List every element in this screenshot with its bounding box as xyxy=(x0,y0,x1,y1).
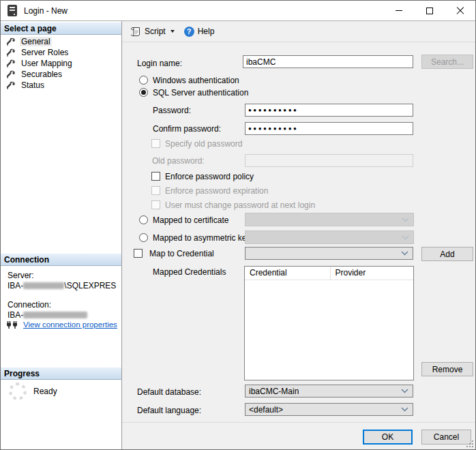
chevron-down-icon xyxy=(401,389,408,393)
sidebar-item-label: General xyxy=(20,37,52,46)
sql-auth-radio[interactable] xyxy=(139,88,148,97)
mapped-credentials-table[interactable]: Credential Provider xyxy=(244,266,414,380)
redacted-server-name xyxy=(23,282,64,289)
mapped-to-asymmetric-key-label[interactable]: Mapped to asymmetric key xyxy=(153,233,250,243)
sidebar-item-securables[interactable]: Securables xyxy=(1,69,121,80)
enforce-password-policy-label[interactable]: Enforce password policy xyxy=(165,172,254,181)
default-language-value: <default> xyxy=(249,405,283,415)
enforce-password-policy-checkbox[interactable] xyxy=(151,172,160,181)
progress-header: Progress xyxy=(1,368,121,380)
sidebar-item-status[interactable]: Status xyxy=(1,80,121,91)
remove-button[interactable]: Remove xyxy=(421,362,473,376)
sidebar-item-label: Status xyxy=(20,80,46,90)
windows-auth-radio[interactable] xyxy=(139,76,148,85)
windows-auth-label[interactable]: Windows authentication xyxy=(153,76,239,85)
default-language-select[interactable]: <default> xyxy=(245,403,413,416)
must-change-password-checkbox xyxy=(151,200,160,209)
wrench-icon xyxy=(6,70,15,79)
default-database-value: ibaCMC-Main xyxy=(249,387,299,396)
asymmetric-key-select xyxy=(245,230,414,244)
table-header-row: Credential Provider xyxy=(245,267,413,280)
password-masked-value: ●●●●●●●●●● xyxy=(248,107,298,113)
login-name-value: ibaCMC xyxy=(246,57,276,67)
sql-auth-label[interactable]: SQL Server authentication xyxy=(153,88,248,97)
server-value-prefix: IBA- xyxy=(8,281,23,290)
connection-label: Connection: xyxy=(8,300,51,310)
wrench-icon xyxy=(6,38,15,46)
server-value: IBA-\SQLEXPRES xyxy=(8,281,116,290)
close-icon xyxy=(456,7,464,15)
sidebar-item-server-roles[interactable]: Server Roles xyxy=(1,47,121,58)
sidebar-item-label: Server Roles xyxy=(20,48,70,57)
minimize-button[interactable] xyxy=(383,1,414,20)
add-button[interactable]: Add xyxy=(421,247,473,261)
wrench-icon xyxy=(6,81,15,90)
old-password-label: Old password: xyxy=(152,156,205,166)
map-to-credential-label[interactable]: Map to Credential xyxy=(149,249,214,258)
specify-old-password-checkbox xyxy=(151,139,160,148)
default-database-label: Default database: xyxy=(137,387,201,397)
footer-divider xyxy=(122,422,475,423)
script-button[interactable]: Script xyxy=(127,25,178,39)
login-name-input[interactable]: ibaCMC xyxy=(243,55,413,68)
column-header-provider[interactable]: Provider xyxy=(330,267,414,280)
maximize-button[interactable] xyxy=(414,1,445,20)
confirm-password-label: Confirm password: xyxy=(153,124,221,134)
wrench-icon xyxy=(6,59,15,68)
ok-button[interactable]: OK xyxy=(363,430,413,445)
password-label: Password: xyxy=(153,106,191,115)
chevron-down-icon xyxy=(170,30,175,33)
enforce-password-expiration-checkbox xyxy=(151,186,160,195)
sidebar-item-general[interactable]: General xyxy=(1,36,121,47)
chevron-down-icon xyxy=(401,407,408,412)
sidebar: Select a page General Server Roles User … xyxy=(1,21,122,449)
confirm-password-input[interactable]: ●●●●●●●●●● xyxy=(245,122,413,135)
help-button-label: Help xyxy=(198,27,215,36)
minimize-icon xyxy=(396,10,402,11)
login-new-dialog: Login - New Select a page General Server… xyxy=(0,0,476,450)
sidebar-item-label: Securables xyxy=(20,70,63,79)
sidebar-item-user-mapping[interactable]: User Mapping xyxy=(1,58,121,69)
script-icon xyxy=(130,27,141,37)
connection-properties-icon xyxy=(6,320,20,329)
help-button[interactable]: ? Help xyxy=(181,25,218,39)
window-title: Login - New xyxy=(24,6,68,16)
maximize-icon xyxy=(426,7,433,14)
view-connection-properties-link[interactable]: View connection properties xyxy=(23,320,117,329)
cancel-button[interactable]: Cancel xyxy=(421,430,471,445)
connection-value-prefix: IBA- xyxy=(8,310,23,320)
script-button-label: Script xyxy=(145,27,166,36)
confirm-password-masked-value: ●●●●●●●●●● xyxy=(248,125,298,132)
credential-select[interactable] xyxy=(245,247,413,260)
toolbar: Script ? Help xyxy=(122,21,475,42)
mapped-credentials-label: Mapped Credentials xyxy=(153,267,226,277)
map-to-credential-checkbox[interactable] xyxy=(134,249,143,258)
title-bar: Login - New xyxy=(1,1,475,21)
server-label: Server: xyxy=(8,271,34,280)
connection-header: Connection xyxy=(1,254,121,266)
resize-grip[interactable] xyxy=(466,440,473,447)
old-password-input xyxy=(245,154,413,167)
close-button[interactable] xyxy=(445,1,475,20)
mapped-to-certificate-label[interactable]: Mapped to certificate xyxy=(153,215,228,225)
server-app-icon xyxy=(8,5,17,16)
default-database-select[interactable]: ibaCMC-Main xyxy=(245,385,413,397)
chevron-down-icon xyxy=(402,235,409,240)
select-a-page-header: Select a page xyxy=(1,22,121,35)
search-button: Search... xyxy=(421,55,473,69)
default-language-label: Default language: xyxy=(137,406,201,415)
server-value-suffix: \SQLEXPRES xyxy=(64,281,116,290)
password-input[interactable]: ●●●●●●●●●● xyxy=(245,104,413,117)
column-header-credential[interactable]: Credential xyxy=(245,267,330,280)
wrench-icon xyxy=(6,48,15,57)
login-name-label: Login name: xyxy=(137,59,182,68)
sidebar-item-label: User Mapping xyxy=(20,59,74,68)
connection-value: IBA- xyxy=(8,310,87,320)
mapped-to-asymmetric-key-radio[interactable] xyxy=(139,233,148,242)
must-change-password-label: User must change password at next login xyxy=(165,200,315,210)
mapped-to-certificate-radio[interactable] xyxy=(139,215,148,224)
certificate-select xyxy=(245,213,414,226)
progress-spinner-icon xyxy=(9,382,27,400)
chevron-down-icon xyxy=(401,251,408,256)
help-icon: ? xyxy=(184,27,194,37)
